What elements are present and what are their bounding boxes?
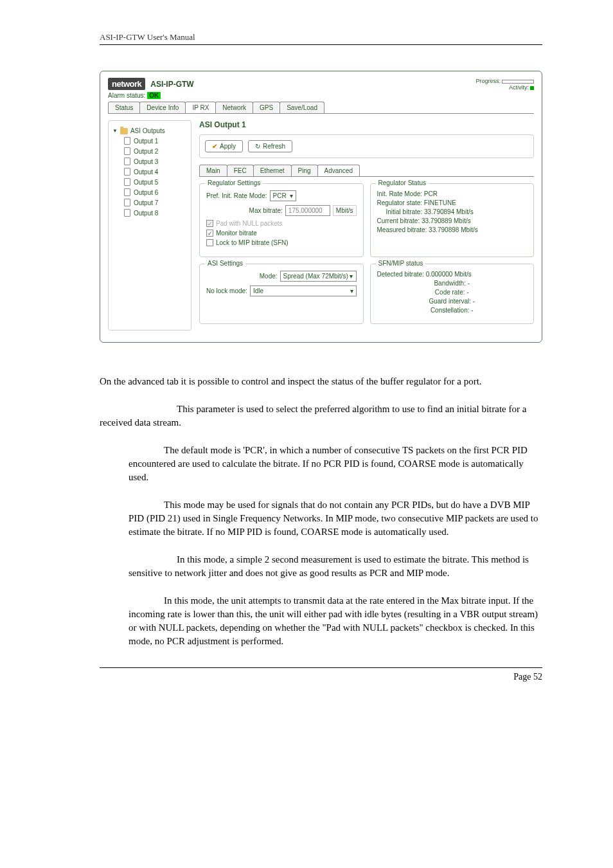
pad-null-label: Pad with NULL packets — [216, 220, 283, 227]
tree-item-output-4[interactable]: Output 4 — [109, 167, 191, 177]
apply-button[interactable]: ✔ Apply — [205, 140, 243, 152]
status-init-rate-mode: Init. Rate Mode: PCR — [377, 190, 528, 197]
rate-mode-select[interactable]: PCR ▾ — [270, 190, 297, 201]
regulator-status-fieldset: Regulator Status Init. Rate Mode: PCR Re… — [370, 183, 535, 257]
inner-tab-advanced[interactable]: Advanced — [317, 165, 360, 176]
sfn-guard-interval: Guard interval: - — [377, 298, 528, 305]
alarm-status: OK — [147, 92, 161, 99]
lock-mip-label: Lock to MIP bitrate (SFN) — [216, 239, 289, 246]
asi-settings-fieldset: ASI Settings Mode: Spread (Max 72Mbit/s)… — [199, 264, 364, 324]
status-current-bitrate: Current bitrate: 33.790889 Mbit/s — [377, 217, 528, 224]
activity-indicator — [530, 86, 534, 90]
top-tabs: Status Device Info IP RX Network GPS Sav… — [108, 102, 534, 114]
inner-tabs: Main FEC Ethernet Ping Advanced — [199, 165, 534, 177]
tree-item-output-2[interactable]: Output 2 — [109, 146, 191, 156]
app-logo: network — [108, 78, 145, 90]
folder-icon — [120, 128, 128, 134]
activity-label: Activity: — [509, 84, 529, 91]
para-3: The default mode is 'PCR', in which a nu… — [129, 444, 542, 484]
monitor-checkbox[interactable]: ✓ — [206, 230, 213, 237]
refresh-button[interactable]: ↻ Refresh — [248, 140, 292, 152]
page-footer: Page 52 — [100, 667, 542, 682]
tab-device-info[interactable]: Device Info — [139, 102, 186, 113]
status-initial-bitrate: Initial bitrate: 33.790894 Mbit/s — [377, 208, 528, 215]
inner-tab-ping[interactable]: Ping — [291, 165, 318, 176]
apply-label: Apply — [220, 143, 236, 150]
check-icon: ✔ — [212, 143, 217, 150]
pad-null-checkbox-row: ✓ Pad with NULL packets — [206, 220, 357, 227]
sidebar: ▼ ASI Outputs Output 1 Output 2 Output 3… — [108, 120, 191, 330]
status-regulator-state: Regulator state: FINETUNE — [377, 199, 528, 206]
page-header: ASI-IP-GTW User's Manual — [100, 32, 542, 45]
mode-label: Mode: — [260, 273, 278, 280]
max-bitrate-input[interactable] — [285, 205, 330, 216]
monitor-label: Monitor bitrate — [216, 230, 257, 237]
inner-tab-main[interactable]: Main — [199, 165, 227, 176]
refresh-icon: ↻ — [255, 143, 260, 150]
sfn-code-rate: Code rate: - — [377, 289, 528, 296]
mode-select[interactable]: Spread (Max 72Mbit/s) ▾ — [280, 271, 357, 282]
sfn-mip-status-fieldset: SFN/MIP status Detected bitrate: 0.00000… — [370, 264, 535, 324]
file-icon — [124, 209, 130, 217]
para-1: On the advanced tab it is possible to co… — [100, 375, 542, 388]
regulator-settings-fieldset: Regulator Settings Pref. Init. Rate Mode… — [199, 183, 364, 257]
inner-tab-ethernet[interactable]: Ethernet — [253, 165, 292, 176]
tab-status[interactable]: Status — [108, 102, 140, 113]
tree-label: Output 2 — [134, 148, 158, 155]
tree-root-label: ASI Outputs — [130, 127, 165, 134]
regulator-status-legend: Regulator Status — [376, 179, 429, 186]
tree-label: Output 7 — [134, 199, 158, 206]
asi-settings-legend: ASI Settings — [205, 260, 245, 267]
tab-network[interactable]: Network — [215, 102, 253, 113]
file-icon — [124, 137, 130, 145]
inner-tab-fec[interactable]: FEC — [227, 165, 254, 176]
alarm-label: Alarm status: — [108, 92, 145, 99]
panel-title: ASI Output 1 — [199, 120, 534, 129]
tab-ip-rx[interactable]: IP RX — [185, 102, 216, 113]
mode-value: Spread (Max 72Mbit/s) — [283, 273, 348, 280]
file-icon — [124, 158, 130, 165]
regulator-settings-legend: Regulator Settings — [205, 179, 263, 186]
tree-item-output-5[interactable]: Output 5 — [109, 177, 191, 187]
lock-mip-checkbox[interactable] — [206, 239, 213, 246]
max-bitrate-label: Max bitrate: — [249, 207, 283, 214]
tree-label: Output 8 — [134, 210, 158, 217]
file-icon — [124, 168, 130, 176]
tree-item-output-7[interactable]: Output 7 — [109, 197, 191, 208]
tree-label: Output 5 — [134, 179, 158, 186]
refresh-label: Refresh — [263, 143, 285, 150]
rate-mode-value: PCR — [273, 192, 287, 199]
para-4: This mode may be used for signals that d… — [129, 498, 542, 539]
sfn-mip-legend: SFN/MIP status — [376, 260, 426, 267]
max-bitrate-unit: Mbit/s — [333, 205, 357, 216]
tree-root[interactable]: ▼ ASI Outputs — [109, 126, 191, 136]
para-2: This parameter is used to select the pre… — [100, 402, 542, 429]
app-model: ASI-IP-GTW — [150, 80, 193, 89]
rate-mode-label: Pref. Init. Rate Mode: — [206, 192, 267, 199]
sfn-detected-bitrate: Detected bitrate: 0.000000 Mbit/s — [377, 271, 528, 278]
app-screenshot: network ASI-IP-GTW Progress: Activity: A… — [100, 71, 542, 343]
sfn-constellation: Constellation: - — [377, 307, 528, 314]
nolock-select[interactable]: Idle▾ — [250, 285, 357, 296]
tree-item-output-1[interactable]: Output 1 — [109, 136, 191, 146]
nolock-label: No lock mode: — [206, 287, 247, 294]
file-icon — [124, 147, 130, 155]
tree-label: Output 4 — [134, 168, 158, 176]
tab-save-load[interactable]: Save/Load — [280, 102, 324, 113]
file-icon — [124, 188, 130, 196]
nolock-value: Idle — [253, 287, 263, 294]
sfn-bandwidth: Bandwidth: - — [377, 280, 528, 287]
caret-down-icon: ▼ — [112, 128, 118, 134]
tree-label: Output 1 — [134, 138, 158, 145]
lock-mip-checkbox-row[interactable]: Lock to MIP bitrate (SFN) — [206, 239, 357, 246]
monitor-checkbox-row[interactable]: ✓ Monitor bitrate — [206, 230, 357, 237]
tree-item-output-6[interactable]: Output 6 — [109, 187, 191, 197]
tree-label: Output 3 — [134, 158, 158, 165]
para-5: In this mode, a simple 2 second measurem… — [129, 553, 542, 580]
progress-bar — [502, 80, 534, 84]
tree-item-output-8[interactable]: Output 8 — [109, 208, 191, 218]
status-measured-bitrate: Measured bitrate: 33.790898 Mbit/s — [377, 226, 528, 233]
progress-label: Progress: — [475, 78, 501, 84]
tree-item-output-3[interactable]: Output 3 — [109, 156, 191, 167]
tab-gps[interactable]: GPS — [253, 102, 280, 113]
